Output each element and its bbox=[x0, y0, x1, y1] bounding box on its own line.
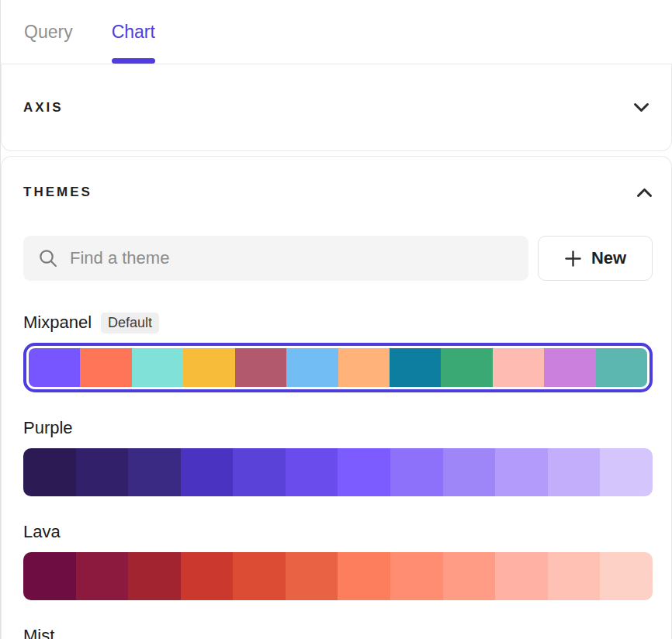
tab-query[interactable]: Query bbox=[24, 0, 73, 64]
color-swatch bbox=[128, 552, 181, 600]
themes-section-title: THEMES bbox=[23, 185, 92, 200]
color-swatch bbox=[23, 552, 76, 600]
color-swatch bbox=[80, 348, 131, 387]
color-swatch bbox=[23, 448, 76, 496]
theme-head: Purple bbox=[23, 416, 653, 440]
themes-section: THEMES New MixpanelDefaultPurpl bbox=[1, 156, 672, 639]
color-swatch bbox=[548, 448, 601, 496]
chevron-down-icon bbox=[633, 102, 649, 112]
color-swatch bbox=[233, 448, 286, 496]
theme-head: Mist bbox=[23, 623, 653, 639]
color-swatch bbox=[600, 552, 653, 600]
search-icon bbox=[37, 247, 59, 269]
color-swatch bbox=[338, 448, 390, 496]
color-swatch bbox=[181, 552, 234, 600]
theme-name: Mist bbox=[23, 626, 54, 639]
color-swatch bbox=[600, 448, 653, 496]
color-swatch bbox=[338, 552, 390, 600]
theme-list: MixpanelDefaultPurpleLavaMist bbox=[23, 310, 653, 639]
new-theme-button[interactable]: New bbox=[538, 236, 653, 281]
color-swatch bbox=[443, 448, 496, 496]
color-swatch bbox=[390, 348, 441, 387]
chart-settings-panel: Query Chart AXIS THEMES bbox=[0, 0, 672, 639]
color-swatch bbox=[495, 448, 548, 496]
new-theme-button-label: New bbox=[591, 248, 626, 268]
color-swatch bbox=[596, 348, 647, 387]
tab-active-underline bbox=[112, 58, 155, 64]
color-swatch bbox=[235, 348, 286, 387]
tab-chart-label: Chart bbox=[112, 22, 155, 43]
color-swatch bbox=[286, 348, 338, 387]
color-swatch bbox=[76, 448, 129, 496]
color-swatch bbox=[29, 348, 80, 387]
theme-search-box[interactable] bbox=[23, 236, 528, 281]
tab-query-label: Query bbox=[24, 22, 73, 43]
theme-name: Purple bbox=[23, 418, 73, 438]
axis-section-title: AXIS bbox=[23, 100, 64, 116]
color-swatch bbox=[493, 348, 544, 387]
theme-head: Lava bbox=[23, 520, 653, 544]
color-swatch bbox=[233, 552, 286, 600]
theme-row-mixpanel[interactable]: MixpanelDefault bbox=[23, 310, 653, 392]
theme-search-row: New bbox=[23, 236, 653, 281]
theme-head: MixpanelDefault bbox=[23, 310, 653, 335]
color-swatch bbox=[390, 552, 443, 600]
themes-section-header[interactable]: THEMES bbox=[23, 185, 653, 200]
color-swatch bbox=[338, 348, 390, 387]
theme-name: Lava bbox=[23, 522, 61, 542]
tab-bar: Query Chart bbox=[1, 0, 672, 64]
color-swatch bbox=[441, 348, 492, 387]
theme-row-lava[interactable]: Lava bbox=[23, 520, 653, 600]
color-swatch bbox=[390, 448, 443, 496]
color-swatch bbox=[495, 552, 548, 600]
axis-section-header[interactable]: AXIS bbox=[1, 64, 672, 151]
theme-row-purple[interactable]: Purple bbox=[23, 416, 653, 496]
color-swatch bbox=[286, 448, 338, 496]
color-swatch bbox=[286, 552, 338, 600]
tab-chart[interactable]: Chart bbox=[112, 0, 155, 64]
theme-search-input[interactable] bbox=[70, 248, 514, 268]
theme-name: Mixpanel bbox=[23, 313, 92, 333]
chevron-up-icon bbox=[636, 188, 653, 198]
color-swatch bbox=[132, 348, 183, 387]
theme-swatch-bar[interactable] bbox=[23, 448, 653, 496]
plus-icon bbox=[564, 250, 582, 268]
theme-row-mist[interactable]: Mist bbox=[23, 623, 653, 639]
color-swatch bbox=[443, 552, 496, 600]
color-swatch bbox=[181, 448, 234, 496]
color-swatch bbox=[548, 552, 601, 600]
color-swatch bbox=[128, 448, 181, 496]
color-swatch bbox=[183, 348, 234, 387]
default-badge: Default bbox=[101, 313, 159, 333]
color-swatch bbox=[76, 552, 129, 600]
theme-swatch-bar[interactable] bbox=[23, 552, 653, 600]
color-swatch bbox=[544, 348, 595, 387]
theme-swatch-bar[interactable] bbox=[23, 343, 653, 392]
